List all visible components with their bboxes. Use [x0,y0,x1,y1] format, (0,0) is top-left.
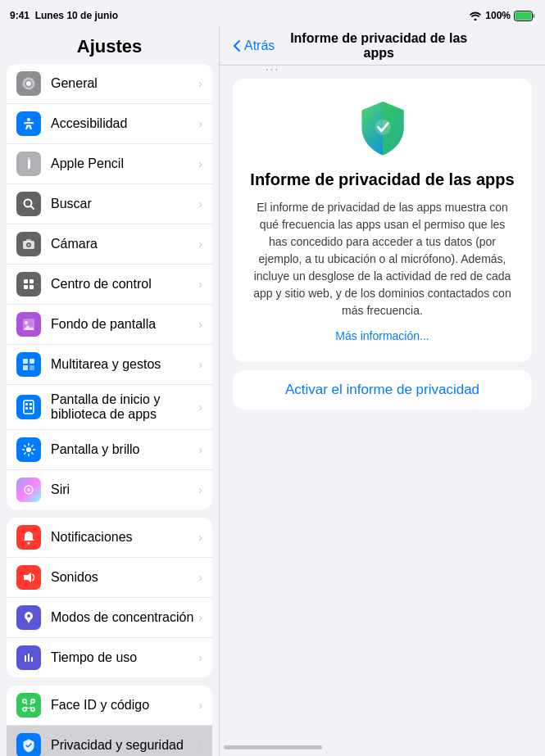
siri-label: Siri [51,482,198,497]
back-chevron-icon [233,39,241,52]
activate-privacy-button[interactable]: Activar el informe de privacidad [233,370,532,410]
buscar-chevron: › [198,197,202,211]
battery-icon [514,11,535,21]
svg-rect-17 [30,285,34,289]
svg-rect-1 [515,11,532,20]
main-title: Informe de privacidad de las apps [275,31,483,61]
sidebar-item-buscar[interactable]: Buscar › [7,184,212,224]
notificaciones-icon [16,525,41,550]
sidebar-item-camara[interactable]: Cámara › [7,224,212,265]
accesibilidad-chevron: › [198,117,202,130]
main-panel: Atrás Informe de privacidad de las apps … [220,26,545,756]
shield-icon-container [249,98,515,157]
svg-rect-47 [23,699,26,703]
status-indicators: 100% [469,10,535,21]
sidebar-item-fondo-pantalla[interactable]: Fondo de pantalla › [7,305,212,345]
face-id-label: Face ID y código [51,698,198,713]
camara-icon [16,232,41,256]
svg-point-41 [28,542,30,545]
notificaciones-label: Notificaciones [51,530,198,545]
svg-rect-7 [28,157,30,160]
centro-control-label: Centro de control [51,277,198,292]
svg-line-36 [32,453,33,454]
concentracion-icon [16,605,41,630]
svg-rect-15 [30,279,34,283]
sidebar: Ajustes General › Accesibilidad › [0,26,220,756]
svg-rect-16 [24,285,28,289]
sonidos-label: Sonidos [51,570,198,585]
siri-icon [16,478,41,502]
sidebar-item-concentracion[interactable]: Modos de concentración › [7,598,212,638]
tiempo-uso-chevron: › [198,651,202,664]
general-label: General [51,76,198,91]
svg-rect-45 [28,654,30,662]
svg-rect-48 [31,699,34,703]
sidebar-item-notificaciones[interactable]: Notificaciones › [7,518,212,558]
svg-line-35 [25,446,25,446]
centro-control-chevron: › [198,278,202,291]
pantalla-brillo-chevron: › [198,443,202,456]
status-time-date: 9:41 Lunes 10 de junio [10,10,118,21]
svg-marker-6 [28,168,30,170]
siri-chevron: › [198,483,202,496]
sidebar-item-siri[interactable]: Siri › [7,470,212,509]
fondo-pantalla-icon [16,312,41,337]
svg-rect-2 [533,14,535,18]
apple-pencil-icon [16,152,41,176]
svg-rect-28 [25,407,28,410]
sidebar-item-multitarea[interactable]: Multitarea y gestos › [7,345,212,385]
concentracion-label: Modos de concentración [51,610,198,625]
sidebar-item-tiempo-uso[interactable]: Tiempo de uso › [7,638,212,677]
sidebar-item-pantalla-brillo[interactable]: Pantalla y brillo › [7,430,212,470]
privacy-card-title: Informe de privacidad de las apps [249,170,515,189]
svg-point-40 [27,488,30,491]
pantalla-brillo-icon [16,437,41,462]
face-id-chevron: › [198,699,202,712]
svg-point-30 [26,447,31,452]
main-body: Informe de privacidad de las apps El inf… [220,66,545,756]
sidebar-item-pantalla-inicio[interactable]: Pantalla de inicio y biblioteca de apps … [7,385,212,430]
pantalla-inicio-label: Pantalla de inicio y biblioteca de apps [51,392,198,422]
camara-chevron: › [198,238,202,251]
svg-rect-22 [30,359,34,364]
battery-label: 100% [485,10,511,21]
svg-point-19 [25,321,28,324]
sidebar-item-privacidad[interactable]: Privacidad y seguridad › [7,726,212,756]
concentracion-chevron: › [198,611,202,624]
svg-point-52 [30,704,32,705]
svg-rect-44 [25,655,26,662]
multitarea-label: Multitarea y gestos [51,357,198,372]
svg-line-37 [32,446,33,446]
back-label: Atrás [244,38,275,53]
svg-rect-26 [25,403,28,405]
accesibilidad-label: Accesibilidad [51,116,198,131]
sidebar-item-centro-control[interactable]: Centro de control › [7,265,212,305]
apple-pencil-chevron: › [198,157,202,170]
sonidos-chevron: › [198,571,202,584]
sidebar-item-face-id[interactable]: Face ID y código › [7,686,212,726]
multitarea-chevron: › [198,358,202,371]
settings-group-2: Notificaciones › Sonidos › Modos de conc… [7,518,212,677]
fondo-pantalla-label: Fondo de pantalla [51,317,198,332]
more-info-link[interactable]: Más información... [249,329,515,342]
sidebar-item-sonidos[interactable]: Sonidos › [7,558,212,598]
sidebar-item-accesibilidad[interactable]: Accesibilidad › [7,104,212,144]
pantalla-inicio-icon [16,395,41,419]
back-button[interactable]: Atrás [233,38,275,53]
svg-rect-49 [23,708,26,711]
svg-rect-46 [31,657,33,662]
svg-point-43 [27,614,30,618]
pantalla-inicio-chevron: › [198,401,202,414]
svg-rect-27 [30,403,32,405]
camara-label: Cámara [51,237,198,251]
svg-rect-21 [23,359,28,364]
svg-point-4 [27,118,30,121]
svg-rect-23 [23,365,28,370]
sidebar-item-apple-pencil[interactable]: Apple Pencil › [7,144,212,184]
sidebar-item-general[interactable]: General › [7,64,212,104]
svg-rect-14 [24,279,28,283]
svg-point-51 [26,704,28,705]
face-id-icon [16,693,41,718]
svg-line-9 [31,206,34,210]
home-indicator [224,745,322,749]
